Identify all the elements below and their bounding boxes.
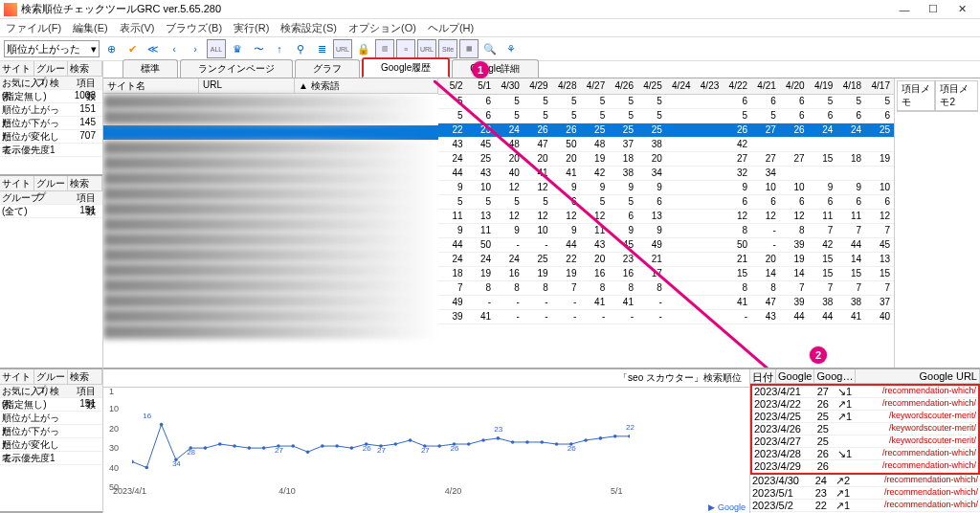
share-icon[interactable]: ⚘: [501, 39, 521, 58]
close-button[interactable]: ✕: [947, 3, 976, 15]
panel-tab[interactable]: サイト: [0, 61, 34, 76]
rank-row[interactable]: 78887888887777: [438, 280, 894, 295]
first-icon[interactable]: ≪: [144, 39, 163, 58]
grid-row[interactable]: [103, 156, 438, 170]
grid-row[interactable]: [103, 95, 438, 109]
hist-row[interactable]: 2023/4/2525↗1/keywordscouter-merit/: [752, 411, 978, 423]
list-icon[interactable]: ≣: [312, 39, 331, 58]
date-col[interactable]: 4/23: [695, 78, 724, 94]
date-col[interactable]: 4/27: [580, 78, 609, 94]
rank-row[interactable]: 2425202020191820272727151819: [438, 151, 894, 166]
hist-row[interactable]: 2023/5/222↗1/recommendation-which/: [750, 500, 980, 512]
panel-row[interactable]: (全て)151: [0, 205, 102, 218]
rank-row[interactable]: 911910911998-8777: [438, 223, 894, 237]
check-icon[interactable]: ✔: [122, 39, 142, 58]
grid-row[interactable]: [103, 171, 438, 186]
rank-row[interactable]: 2223242626252525262726242425: [438, 123, 894, 137]
menu-item[interactable]: オプション(O): [348, 21, 416, 35]
date-col[interactable]: 4/18: [836, 78, 865, 94]
hist-row[interactable]: 2023/4/2127↘1/recommendation-which/: [752, 386, 978, 398]
grid-row[interactable]: [103, 125, 438, 140]
url-icon[interactable]: URL: [333, 39, 352, 58]
panel-tab[interactable]: グループ: [34, 61, 69, 76]
hist-row[interactable]: 2023/4/3024↗2/recommendation-which/: [750, 475, 980, 487]
menu-item[interactable]: 表示(V): [120, 21, 155, 35]
hist-col[interactable]: 日付: [750, 369, 776, 383]
date-col[interactable]: 4/21: [751, 78, 780, 94]
rank-row[interactable]: 55556556666666: [438, 194, 894, 209]
opt5-icon[interactable]: ▦: [459, 39, 479, 58]
panel-tab[interactable]: 検索: [68, 61, 102, 76]
rank-row[interactable]: 4450--4443454950-39424445: [438, 237, 894, 252]
grid-row[interactable]: [103, 263, 438, 278]
col-keyword[interactable]: ▲ 検索語: [295, 78, 438, 93]
panel-tab[interactable]: 検索: [68, 369, 102, 384]
opt4-icon[interactable]: Site: [438, 39, 457, 58]
opt3-icon[interactable]: URL: [417, 39, 436, 58]
crown-icon[interactable]: ♛: [228, 39, 247, 58]
hist-col[interactable]: Google URL: [856, 369, 980, 383]
maximize-button[interactable]: ☐: [919, 3, 947, 15]
date-col[interactable]: 4/28: [552, 78, 581, 94]
rank-row[interactable]: 91012129999910109910: [438, 180, 894, 194]
hist-row[interactable]: 2023/4/2826↘1/recommendation-which/: [752, 448, 978, 460]
menu-item[interactable]: ブラウズ(B): [166, 21, 222, 35]
tab-1[interactable]: ランクインページ: [180, 59, 293, 78]
hist-row[interactable]: 2023/5/123↗1/recommendation-which/: [750, 487, 980, 500]
prev-icon[interactable]: ‹: [165, 39, 184, 58]
rank-row[interactable]: 3941-------4344444140: [438, 309, 894, 323]
grid-row[interactable]: [103, 279, 438, 293]
grid-row[interactable]: [103, 248, 438, 262]
opt2-icon[interactable]: ≡: [396, 39, 415, 58]
date-col[interactable]: 4/19: [809, 78, 837, 94]
menu-item[interactable]: 実行(R): [234, 21, 269, 35]
col-url[interactable]: URL: [199, 78, 295, 93]
rank-row[interactable]: 2424242522202321212019151413: [438, 252, 894, 266]
panel-tab[interactable]: グループ: [34, 369, 69, 384]
panel-tab[interactable]: サイト: [0, 369, 34, 384]
menu-item[interactable]: 検索設定(S): [280, 21, 337, 35]
hist-col[interactable]: Google: [776, 369, 814, 383]
grid-row[interactable]: [103, 217, 438, 232]
panel-row[interactable]: 順位が上がった: [0, 412, 102, 425]
grid-row[interactable]: [103, 187, 438, 201]
date-col[interactable]: 4/22: [723, 78, 751, 94]
date-col[interactable]: 4/30: [495, 78, 523, 94]
panel-row[interactable]: 順位が変化して…: [0, 438, 102, 452]
trend-icon[interactable]: 〜: [249, 39, 268, 58]
memo-tab-1[interactable]: 項目メモ: [897, 80, 935, 111]
grid-row[interactable]: [103, 202, 438, 216]
rank-row[interactable]: 44434041414238343234: [438, 166, 894, 180]
panel-tab[interactable]: グループ: [34, 176, 69, 190]
grid-row[interactable]: [103, 141, 438, 155]
rank-row[interactable]: 1819161919161617151414151515: [438, 266, 894, 280]
date-col[interactable]: 4/17: [865, 78, 894, 94]
minimize-button[interactable]: —: [890, 4, 919, 15]
grid-row[interactable]: [103, 294, 438, 308]
date-col[interactable]: 4/25: [637, 78, 666, 94]
wifi-icon[interactable]: ⚲: [291, 39, 310, 58]
menu-item[interactable]: ヘルプ(H): [428, 21, 474, 35]
tab-0[interactable]: 標準: [122, 59, 178, 78]
panel-row[interactable]: 表示優先度1: [0, 452, 102, 465]
panel-tab[interactable]: 検索: [68, 176, 102, 190]
rank-row[interactable]: 111312121212613121212111112: [438, 209, 894, 223]
panel-row[interactable]: 順位が下がった: [0, 425, 102, 438]
lock-icon[interactable]: 🔒: [354, 39, 373, 58]
menu-item[interactable]: ファイル(F): [6, 21, 61, 35]
panel-row[interactable]: (指定無し)1003: [0, 90, 102, 103]
opt1-icon[interactable]: ▥: [375, 39, 394, 58]
rank-row[interactable]: 434548475048373842: [438, 137, 894, 151]
date-col[interactable]: 4/20: [780, 78, 809, 94]
rank-row[interactable]: 56555555556666: [438, 108, 894, 123]
rank-row[interactable]: 49----4141-414739383837: [438, 295, 894, 309]
date-col[interactable]: 5/1: [467, 78, 496, 94]
filter-dropdown[interactable]: 順位が上がった▾: [4, 40, 100, 57]
next-icon[interactable]: ›: [186, 39, 205, 58]
panel-row[interactable]: (指定無し)151: [0, 398, 102, 412]
memo-tab-2[interactable]: 項目メモ2: [935, 80, 978, 111]
date-col[interactable]: 5/2: [438, 78, 467, 94]
menu-item[interactable]: 編集(E): [73, 21, 108, 35]
date-col[interactable]: 4/29: [523, 78, 552, 94]
hist-row[interactable]: 2023/4/2226↗1/recommendation-which/: [752, 398, 978, 411]
